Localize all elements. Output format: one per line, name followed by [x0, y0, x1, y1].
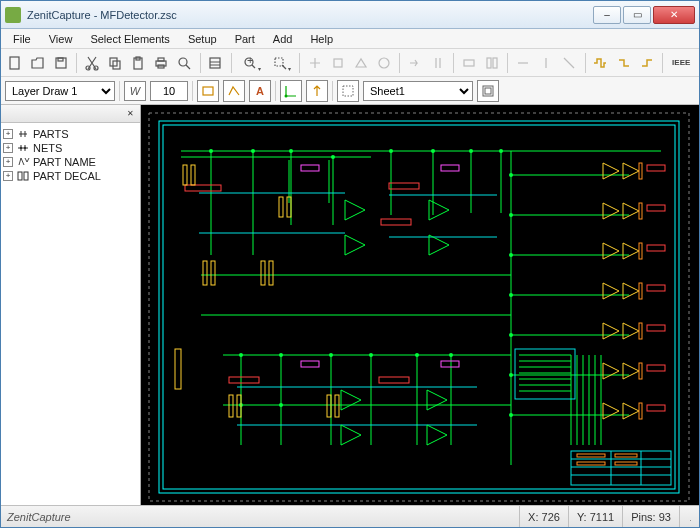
svg-rect-65: [647, 245, 665, 251]
sheet-fit-icon[interactable]: [477, 80, 499, 102]
find-icon[interactable]: [174, 52, 194, 74]
print-icon[interactable]: [151, 52, 171, 74]
main-toolbar: + IEEE: [1, 49, 699, 77]
width-label: W: [124, 81, 146, 101]
svg-rect-94: [571, 451, 671, 485]
via-icon[interactable]: [306, 80, 328, 102]
zoom-fit-icon[interactable]: +: [236, 52, 263, 74]
tree-item-part-name[interactable]: + PART NAME: [3, 155, 138, 169]
svg-rect-29: [18, 172, 22, 180]
svg-rect-75: [211, 261, 215, 285]
menu-setup[interactable]: Setup: [180, 31, 225, 47]
svg-rect-63: [647, 165, 665, 171]
tree-item-nets[interactable]: + NETS: [3, 141, 138, 155]
svg-rect-24: [343, 86, 353, 96]
sidebar-close-icon[interactable]: ✕: [124, 108, 137, 120]
tree-label: PART NAME: [33, 156, 96, 168]
open-file-icon[interactable]: [28, 52, 48, 74]
svg-point-51: [279, 353, 283, 357]
menu-add[interactable]: Add: [265, 31, 301, 47]
menu-select-elements[interactable]: Select Elements: [82, 31, 177, 47]
maximize-button[interactable]: ▭: [623, 6, 651, 24]
svg-rect-22: [203, 87, 213, 95]
close-button[interactable]: ✕: [653, 6, 695, 24]
origin-icon[interactable]: [280, 80, 302, 102]
svg-rect-13: [210, 58, 220, 68]
expand-icon[interactable]: +: [3, 157, 13, 167]
svg-rect-19: [464, 60, 474, 66]
menu-file[interactable]: File: [5, 31, 39, 47]
tree-label: PARTS: [33, 128, 69, 140]
paste-icon[interactable]: [128, 52, 148, 74]
svg-rect-71: [191, 165, 195, 185]
sheet-icon[interactable]: [337, 80, 359, 102]
sidebar: ✕ + PARTS + NETS + PART NAME: [1, 105, 141, 505]
svg-point-18: [379, 58, 389, 68]
menu-help[interactable]: Help: [302, 31, 341, 47]
tool-disabled-10: [536, 52, 556, 74]
svg-point-23: [285, 94, 288, 97]
window-title: ZenitCapture - MFDetector.zsc: [27, 9, 593, 21]
menu-part[interactable]: Part: [227, 31, 263, 47]
svg-rect-61: [229, 377, 259, 383]
width-input[interactable]: [150, 81, 188, 101]
svg-rect-30: [24, 172, 28, 180]
tree-label: PART DECAL: [33, 170, 101, 182]
partname-icon: [16, 156, 30, 168]
project-tree[interactable]: + PARTS + NETS + PART NAME + PAR: [1, 123, 140, 505]
svg-point-57: [279, 403, 283, 407]
minimize-button[interactable]: –: [593, 6, 621, 24]
draw-rect-icon[interactable]: [197, 80, 219, 102]
svg-point-44: [509, 213, 513, 217]
expand-icon[interactable]: +: [3, 129, 13, 139]
svg-point-39: [389, 149, 393, 153]
svg-rect-78: [229, 395, 233, 417]
layer-select[interactable]: Layer Draw 1: [5, 81, 115, 101]
tool-disabled-7: [459, 52, 479, 74]
pcb-canvas[interactable]: [141, 105, 699, 505]
zoom-rect-icon[interactable]: [267, 52, 294, 74]
svg-rect-20: [487, 58, 491, 68]
expand-icon[interactable]: +: [3, 143, 13, 153]
cut-icon[interactable]: [82, 52, 102, 74]
draw-line-icon[interactable]: [223, 80, 245, 102]
svg-rect-17: [334, 59, 342, 67]
expand-icon[interactable]: +: [3, 171, 13, 181]
svg-rect-89: [639, 243, 642, 259]
svg-rect-72: [279, 197, 283, 217]
ieee-icon[interactable]: IEEE: [668, 52, 695, 74]
sheet-select[interactable]: Sheet1: [363, 81, 473, 101]
svg-rect-98: [615, 462, 637, 465]
svg-rect-21: [493, 58, 497, 68]
svg-rect-69: [647, 405, 665, 411]
svg-point-28: [24, 147, 26, 149]
step-down-icon[interactable]: [614, 52, 634, 74]
svg-rect-91: [639, 323, 642, 339]
copy-icon[interactable]: [105, 52, 125, 74]
svg-rect-16: [275, 58, 283, 66]
save-icon[interactable]: [51, 52, 71, 74]
secondary-toolbar: Layer Draw 1 W A Sheet1: [1, 77, 699, 105]
svg-rect-70: [183, 165, 187, 185]
parts-list-icon[interactable]: [205, 52, 225, 74]
tree-item-part-decal[interactable]: + PART DECAL: [3, 169, 138, 183]
text-icon[interactable]: A: [249, 80, 271, 102]
status-resize-grip[interactable]: [679, 506, 699, 527]
new-file-icon[interactable]: [5, 52, 25, 74]
menu-view[interactable]: View: [41, 31, 81, 47]
svg-rect-77: [269, 261, 273, 285]
svg-rect-84: [441, 165, 459, 171]
step-up-icon[interactable]: [637, 52, 657, 74]
svg-point-52: [329, 353, 333, 357]
tree-item-parts[interactable]: + PARTS: [3, 127, 138, 141]
status-y: Y: 7111: [568, 506, 622, 527]
svg-rect-95: [577, 454, 605, 457]
svg-rect-10: [158, 58, 164, 61]
partdecal-icon: [16, 170, 30, 182]
svg-point-45: [509, 253, 513, 257]
titlebar: ZenitCapture - MFDetector.zsc – ▭ ✕: [1, 1, 699, 29]
waveform-icon[interactable]: [590, 52, 610, 74]
svg-rect-2: [58, 58, 63, 61]
svg-point-53: [369, 353, 373, 357]
svg-point-42: [499, 149, 503, 153]
